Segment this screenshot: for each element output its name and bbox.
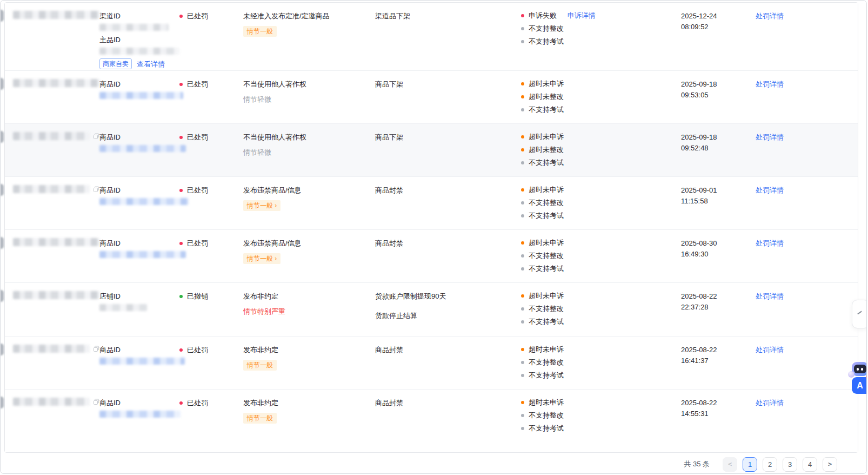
appeal-cell: 超时未申诉 不支持整改 不支持考试	[521, 337, 681, 389]
prev-page-button[interactable]: <	[723, 457, 737, 472]
masked-id-value[interactable]	[99, 358, 185, 365]
violation-cell: 发布非约定 情节特别严重	[243, 283, 375, 336]
penalty-detail-link[interactable]: 处罚详情	[756, 292, 784, 300]
masked-id-value[interactable]	[99, 145, 186, 152]
appeal-cell: 超时未申诉 不支持整改 不支持考试	[521, 390, 681, 452]
ai-letter-badge[interactable]: A	[852, 377, 867, 394]
ai-assistant-widget[interactable]: A	[852, 362, 867, 394]
violation-cell: 不当使用他人著作权 情节轻微	[243, 71, 375, 123]
violation-title: 发布非约定	[243, 291, 375, 301]
copy-icon[interactable]	[93, 186, 99, 193]
masked-id-value[interactable]	[99, 411, 181, 418]
copy-icon[interactable]	[93, 346, 99, 352]
appeal-label: 不支持整改	[529, 304, 564, 313]
appeal-label: 超时未整改	[529, 145, 564, 154]
appeal-label: 超时未申诉	[529, 398, 564, 407]
penalty-date: 2025-08-30	[681, 238, 751, 249]
orange-dot-icon	[521, 401, 524, 404]
penalty-cell: 商品封禁	[375, 390, 521, 452]
action-cell: 处罚详情	[751, 283, 858, 336]
gray-dot-icon	[521, 161, 524, 164]
id-label: 渠道ID	[99, 11, 179, 21]
page-button-2[interactable]: 2	[763, 457, 777, 472]
id-cell: 商品ID	[99, 230, 179, 282]
copy-icon[interactable]	[93, 399, 99, 405]
shop-name-cell	[5, 71, 99, 123]
severity-badge: 情节一般	[243, 413, 277, 424]
gray-dot-icon	[521, 40, 524, 43]
masked-id-value[interactable]	[99, 251, 186, 258]
penalty-detail-link[interactable]: 处罚详情	[756, 346, 784, 354]
appeal-label: 超时未申诉	[529, 345, 564, 354]
appeal-label: 不支持考试	[529, 424, 564, 433]
next-page-button[interactable]: >	[823, 457, 837, 472]
masked-edge-fragment	[0, 237, 4, 249]
penalty-item: 货款账户限制提现90天	[375, 291, 521, 301]
penalty-detail-link[interactable]: 处罚详情	[756, 399, 784, 407]
table-row: 商品ID 已处罚 发布非约定 情节一般 商品封禁 超时未申诉 不支持整改	[5, 389, 858, 452]
severity-badge[interactable]: 情节一般 ›	[243, 253, 281, 264]
id-label: 商品ID	[99, 398, 179, 408]
view-detail-link[interactable]: 查看详情	[137, 59, 165, 69]
appeal-item: 不支持考试	[521, 264, 681, 273]
ai-letter: A	[857, 381, 863, 391]
severity-badge[interactable]: 情节一般 ›	[243, 200, 281, 211]
orange-dot-icon	[521, 348, 524, 351]
page-button-4[interactable]: 4	[803, 457, 817, 472]
copy-icon[interactable]	[93, 133, 99, 140]
appeal-label: 不支持整改	[529, 251, 564, 260]
appeal-cell: 超时未申诉 不支持整改 不支持考试	[521, 283, 681, 336]
appeal-detail-link[interactable]: 申诉详情	[567, 11, 596, 20]
appeal-cell: 超时未申诉 不支持整改 不支持考试	[521, 230, 681, 282]
appeal-item: 超时未整改	[521, 92, 681, 101]
id-cell: 商品ID	[99, 337, 179, 389]
penalty-time: 16:41:37	[681, 355, 751, 366]
appeal-label: 不支持考试	[529, 371, 564, 380]
page-button-1[interactable]: 1	[743, 457, 757, 472]
penalty-time: 11:15:58	[681, 196, 751, 207]
gray-dot-icon	[521, 320, 524, 324]
floating-toolbar[interactable]	[852, 300, 867, 328]
status-label: 已撤销	[187, 291, 208, 301]
violation-title: 不当使用他人著作权	[243, 132, 375, 142]
status-label: 已处罚	[187, 185, 208, 195]
pagination: 共 35 条 <1234>	[684, 456, 837, 472]
appeal-label: 不支持考试	[529, 37, 564, 46]
gray-dot-icon	[521, 108, 524, 111]
status-label: 已处罚	[187, 132, 208, 142]
action-cell: 处罚详情	[751, 390, 858, 452]
red-dot-icon	[179, 136, 183, 139]
penalty-detail-link[interactable]: 处罚详情	[756, 80, 784, 88]
masked-id-value	[99, 48, 179, 55]
severity-text: 情节轻微	[243, 148, 271, 156]
penalty-cell: 商品下架	[375, 71, 521, 123]
penalty-cell: 商品下架	[375, 124, 521, 176]
masked-edge-fragment	[0, 78, 4, 90]
penalty-time: 08:09:52	[681, 22, 751, 32]
id-cell: 商品ID	[99, 124, 179, 176]
penalty-records-page: 渠道ID 主品ID 商家自卖 查看详情 已处罚 未经准入发布定准/定邀商品 情节…	[0, 0, 867, 474]
action-cell: 处罚详情	[751, 3, 858, 70]
masked-id-value[interactable]	[99, 198, 189, 205]
penalty-cell: 商品封禁	[375, 177, 521, 229]
penalty-time: 16:49:30	[681, 249, 751, 260]
table-row: 商品ID 已处罚 不当使用他人著作权 情节轻微 商品下架 超时未申诉 超时未整改	[5, 123, 858, 176]
masked-shop-name	[13, 132, 90, 140]
action-cell: 处罚详情	[751, 337, 858, 389]
penalty-detail-link[interactable]: 处罚详情	[756, 12, 784, 20]
id-cell: 商品ID	[99, 390, 179, 452]
penalty-detail-link[interactable]: 处罚详情	[756, 186, 784, 194]
penalty-date: 2025-08-22	[681, 345, 751, 355]
page-button-3[interactable]: 3	[783, 457, 797, 472]
appeal-label: 不支持考试	[529, 211, 564, 220]
masked-edge-fragment	[0, 290, 4, 302]
penalty-detail-link[interactable]: 处罚详情	[756, 133, 784, 141]
penalty-item: 商品封禁	[375, 398, 521, 408]
red-dot-icon	[521, 14, 524, 17]
masked-id-value	[99, 304, 147, 311]
id-label: 店铺ID	[99, 291, 179, 301]
violation-cell: 发布非约定 情节一般	[243, 390, 375, 452]
orange-dot-icon	[521, 241, 524, 245]
masked-id-value[interactable]	[99, 92, 183, 99]
penalty-detail-link[interactable]: 处罚详情	[756, 239, 784, 247]
